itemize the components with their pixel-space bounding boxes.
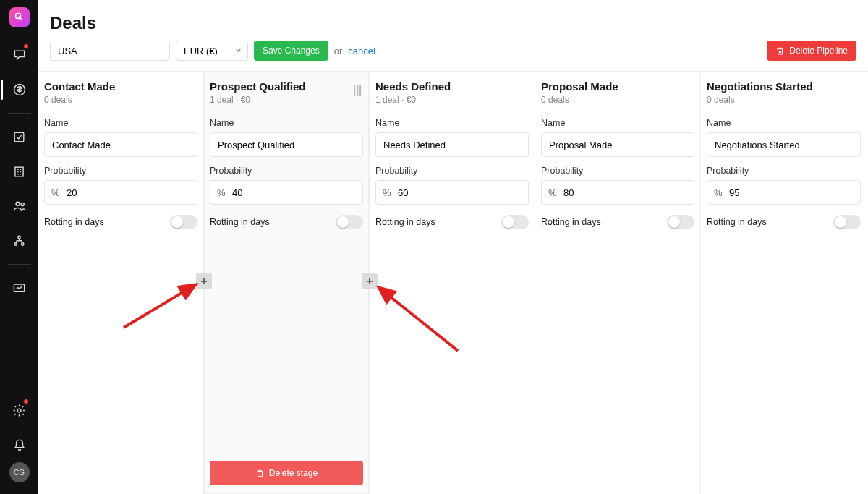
- nav-tasks[interactable]: [5, 122, 34, 151]
- toolbar: EUR (€) Save Changes or cancel Delete Pi…: [38, 41, 868, 71]
- delete-stage-button[interactable]: Delete stage: [210, 461, 363, 485]
- probability-input[interactable]: [210, 180, 363, 205]
- percent-prefix: %: [383, 187, 391, 198]
- probability-input[interactable]: [541, 180, 694, 205]
- probability-input[interactable]: [44, 180, 197, 205]
- name-label: Name: [44, 118, 197, 128]
- svg-rect-3: [15, 167, 23, 176]
- notification-dot-icon: [23, 43, 29, 49]
- stage-negotiations-started: Negotiations Started 0 deals Name Probab…: [701, 72, 867, 494]
- rotting-label: Rotting in days: [707, 217, 767, 227]
- stage-subtitle: 0 deals: [541, 95, 694, 105]
- stage-name-input[interactable]: [44, 132, 197, 157]
- rotting-toggle[interactable]: [170, 215, 197, 229]
- probability-input[interactable]: [707, 180, 861, 205]
- trash-icon: [775, 46, 785, 56]
- percent-prefix: %: [217, 187, 226, 198]
- sidebar: CG: [0, 0, 38, 494]
- name-label: Name: [541, 118, 694, 128]
- stage-name-input[interactable]: [375, 132, 529, 157]
- stage-subtitle: 1 deal · €0: [375, 95, 529, 105]
- svg-point-10: [17, 409, 21, 412]
- probability-label: Probability: [210, 166, 363, 176]
- svg-rect-13: [359, 85, 361, 96]
- rotting-label: Rotting in days: [541, 217, 601, 227]
- nav-companies[interactable]: [5, 157, 34, 186]
- svg-rect-12: [357, 85, 358, 96]
- delete-pipeline-label: Delete Pipeline: [789, 46, 848, 56]
- svg-point-8: [22, 242, 24, 244]
- pipeline-name-input[interactable]: [50, 41, 170, 61]
- pipeline-board: Contact Made 0 deals Name Probability % …: [38, 71, 868, 494]
- delete-pipeline-button[interactable]: Delete Pipeline: [767, 41, 856, 61]
- main: Deals EUR (€) Save Changes or cancel Del…: [38, 0, 868, 494]
- nav-reports[interactable]: [5, 273, 34, 302]
- trash-icon: [255, 469, 265, 478]
- nav-settings[interactable]: [5, 396, 34, 425]
- probability-input[interactable]: [375, 180, 529, 205]
- stage-subtitle: 0 deals: [707, 95, 861, 105]
- stage-needs-defined: Needs Defined 1 deal · €0 Name Probabili…: [370, 72, 535, 494]
- rotting-toggle[interactable]: [501, 215, 529, 229]
- name-label: Name: [707, 118, 861, 128]
- stage-prospect-qualified: Prospect Qualified 1 deal · €0 Name Prob…: [204, 72, 370, 494]
- svg-point-7: [14, 242, 17, 244]
- name-label: Name: [375, 118, 529, 128]
- nav-inbox[interactable]: [5, 41, 34, 69]
- stage-subtitle: 0 deals: [44, 95, 197, 105]
- nav-org[interactable]: [5, 226, 34, 255]
- name-label: Name: [210, 118, 363, 128]
- stage-name-input[interactable]: [210, 132, 363, 157]
- nav-deals[interactable]: [5, 75, 34, 104]
- rotting-toggle[interactable]: [833, 215, 861, 229]
- rotting-label: Rotting in days: [375, 217, 435, 227]
- svg-point-5: [21, 203, 24, 205]
- add-stage-button[interactable]: +: [196, 273, 212, 289]
- svg-point-6: [18, 236, 20, 238]
- titlebar: Deals: [38, 0, 868, 41]
- nav-notifications[interactable]: [5, 430, 34, 459]
- stage-title: Proposal Made: [541, 80, 694, 93]
- rotting-label: Rotting in days: [44, 217, 104, 227]
- nav-contacts[interactable]: [5, 192, 34, 221]
- probability-label: Probability: [44, 166, 197, 176]
- notification-dot-icon: [23, 399, 29, 404]
- delete-stage-label: Delete stage: [269, 468, 318, 478]
- rotting-label: Rotting in days: [210, 217, 270, 227]
- svg-rect-2: [14, 132, 24, 142]
- rotting-toggle[interactable]: [667, 215, 694, 229]
- stage-proposal-made: Proposal Made 0 deals Name Probability %…: [535, 72, 701, 494]
- divider: [8, 264, 31, 265]
- stage-name-input[interactable]: [541, 132, 694, 157]
- svg-rect-11: [354, 85, 355, 96]
- stage-name-input[interactable]: [707, 132, 861, 157]
- probability-label: Probability: [541, 166, 694, 176]
- probability-label: Probability: [375, 166, 529, 176]
- stage-subtitle: 1 deal · €0: [210, 95, 363, 105]
- app-logo[interactable]: [9, 7, 30, 27]
- save-button[interactable]: Save Changes: [254, 41, 328, 61]
- rotting-toggle[interactable]: [336, 215, 363, 229]
- stage-title: Prospect Qualified: [210, 80, 363, 93]
- or-label: or: [334, 46, 343, 56]
- stage-title: Needs Defined: [375, 80, 529, 93]
- currency-select[interactable]: EUR (€): [176, 41, 248, 61]
- stage-contact-made: Contact Made 0 deals Name Probability % …: [38, 72, 204, 494]
- cancel-link[interactable]: cancel: [348, 46, 375, 56]
- probability-label: Probability: [707, 166, 861, 176]
- percent-prefix: %: [51, 187, 60, 198]
- divider: [8, 113, 31, 114]
- stage-title: Negotiations Started: [707, 80, 861, 93]
- drag-handle-icon[interactable]: [353, 85, 362, 99]
- svg-point-4: [16, 202, 20, 205]
- avatar[interactable]: CG: [9, 462, 30, 482]
- percent-prefix: %: [714, 187, 723, 198]
- add-stage-button[interactable]: +: [362, 273, 378, 289]
- stage-title: Contact Made: [44, 80, 197, 93]
- percent-prefix: %: [548, 187, 557, 198]
- page-title: Deals: [50, 13, 856, 33]
